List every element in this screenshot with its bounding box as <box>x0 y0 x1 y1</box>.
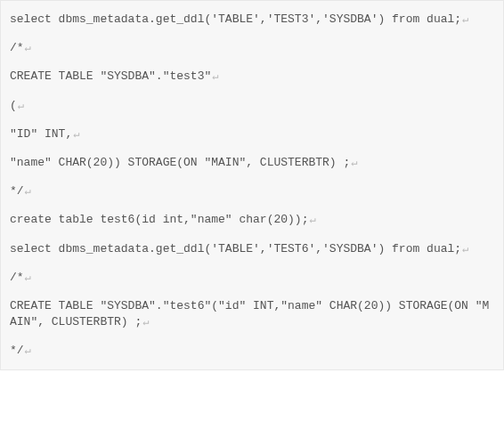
eol-marker: ↵ <box>18 100 24 112</box>
code-text: /* <box>10 41 24 54</box>
eol-marker: ↵ <box>25 272 31 284</box>
code-text: CREATE TABLE "SYSDBA"."test3" <box>10 69 211 83</box>
code-line: select dbms_metadata.get_ddl('TABLE','TE… <box>10 12 494 28</box>
code-line: */↵ <box>10 183 494 199</box>
eol-marker: ↵ <box>25 185 31 198</box>
code-text: create table test6(id int,"name" char(20… <box>10 213 308 226</box>
code-text: select dbms_metadata.get_ddl('TABLE','TE… <box>10 12 461 26</box>
eol-marker: ↵ <box>462 13 468 26</box>
code-line: (↵ <box>10 98 494 114</box>
code-line: select dbms_metadata.get_ddl('TABLE','TE… <box>10 241 494 257</box>
code-block: select dbms_metadata.get_ddl('TABLE','TE… <box>0 0 504 370</box>
code-text: CREATE TABLE "SYSDBA"."test6"("id" INT,"… <box>10 299 489 328</box>
eol-marker: ↵ <box>142 316 149 328</box>
code-line: /*↵ <box>10 40 494 56</box>
code-text: select dbms_metadata.get_ddl('TABLE','TE… <box>10 242 461 255</box>
code-line: "name" CHAR(20)) STORAGE(ON "MAIN", CLUS… <box>10 155 494 171</box>
eol-marker: ↵ <box>212 70 218 83</box>
eol-marker: ↵ <box>309 214 315 226</box>
code-text: "name" CHAR(20)) STORAGE(ON "MAIN", CLUS… <box>10 156 350 169</box>
code-line: create table test6(id int,"name" char(20… <box>10 212 494 228</box>
code-line: CREATE TABLE "SYSDBA"."test6"("id" INT,"… <box>10 298 494 330</box>
code-text: */ <box>10 184 24 198</box>
eol-marker: ↵ <box>462 243 468 255</box>
code-line: "ID" INT,↵ <box>10 126 494 142</box>
eol-marker: ↵ <box>25 42 31 54</box>
code-line: CREATE TABLE "SYSDBA"."test3"↵ <box>10 69 494 85</box>
code-line: */↵ <box>10 343 494 359</box>
code-text: /* <box>10 271 24 284</box>
eol-marker: ↵ <box>73 128 79 141</box>
eol-marker: ↵ <box>25 345 31 357</box>
code-line: /*↵ <box>10 270 494 286</box>
code-text: "ID" INT, <box>10 127 72 141</box>
code-text: ( <box>10 99 17 112</box>
code-text: */ <box>10 344 24 357</box>
eol-marker: ↵ <box>351 157 357 169</box>
